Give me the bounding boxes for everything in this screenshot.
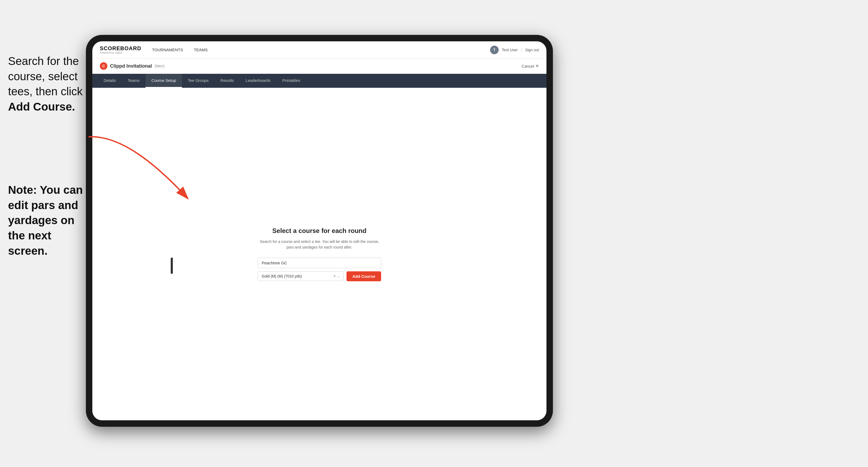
annotation-text: Search for the course, select tees, then…: [8, 54, 83, 115]
tournament-name: Clippd Invitational: [110, 63, 152, 69]
tab-leaderboards[interactable]: Leaderboards: [240, 74, 276, 88]
top-navigation: SCOREBOARD Powered by clippd TOURNAMENTS…: [92, 41, 547, 59]
tournament-title-area: C Clippd Invitational (Men): [100, 62, 164, 70]
tab-printables[interactable]: Printables: [276, 74, 306, 88]
tee-select[interactable]: Gold (M) (M) (7010 yds) ✕ ⌄: [258, 271, 344, 281]
card-title: Select a course for each round: [258, 227, 381, 235]
nav-tournaments[interactable]: TOURNAMENTS: [152, 48, 183, 52]
course-search-input[interactable]: [258, 258, 381, 268]
sign-out-link[interactable]: Sign out: [525, 48, 539, 52]
tab-course-setup[interactable]: Course Setup: [146, 74, 182, 88]
tab-details[interactable]: Details: [98, 74, 122, 88]
nav-right: T Test User | Sign out: [490, 45, 539, 54]
tablet-side-button: [171, 258, 173, 274]
tablet-device: SCOREBOARD Powered by clippd TOURNAMENTS…: [86, 35, 553, 427]
card-description: Search for a course and select a tee. Yo…: [258, 239, 381, 250]
pipe-separator: |: [521, 48, 522, 52]
logo: SCOREBOARD Powered by clippd: [100, 45, 141, 54]
tablet-screen: SCOREBOARD Powered by clippd TOURNAMENTS…: [92, 41, 547, 420]
tab-results[interactable]: Results: [214, 74, 240, 88]
nav-teams[interactable]: TEAMS: [194, 48, 208, 52]
secondary-navigation: Details Teams Course Setup Tee Groups Re…: [92, 74, 547, 88]
tournament-badge: (Men): [155, 64, 164, 68]
main-content: Select a course for each round Search fo…: [92, 88, 547, 420]
add-course-button[interactable]: Add Course: [346, 271, 381, 281]
user-label: Test User: [502, 48, 518, 52]
tournament-header: C Clippd Invitational (Men) Cancel ✕: [92, 59, 547, 74]
annotation-note: Note: You can edit pars and yardages on …: [8, 183, 89, 258]
user-avatar: T: [490, 45, 499, 54]
tee-select-row: Gold (M) (M) (7010 yds) ✕ ⌄ Add Course: [258, 271, 381, 281]
tab-tee-groups[interactable]: Tee Groups: [182, 74, 215, 88]
nav-left: SCOREBOARD Powered by clippd TOURNAMENTS…: [100, 45, 208, 54]
cancel-button[interactable]: Cancel ✕: [522, 64, 539, 68]
tee-select-controls: ✕ ⌄: [333, 274, 340, 278]
course-setup-card: Select a course for each round Search fo…: [258, 227, 381, 281]
tab-teams[interactable]: Teams: [122, 74, 146, 88]
tournament-icon: C: [100, 62, 107, 70]
